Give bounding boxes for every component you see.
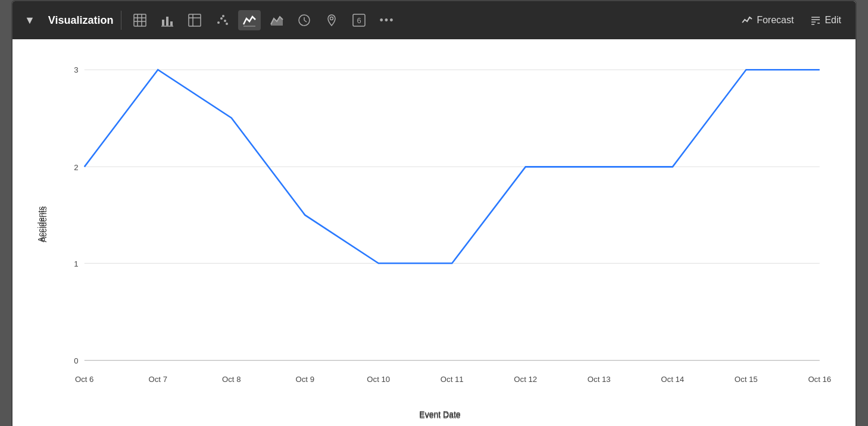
x-label-oct13: Oct 13 <box>588 375 611 384</box>
map-icon-button[interactable] <box>320 10 343 30</box>
table-icon-button[interactable] <box>129 10 151 30</box>
bar-chart-icon <box>161 14 174 27</box>
x-label-oct16: Oct 16 <box>808 375 831 384</box>
edit-button[interactable]: Edit <box>803 11 848 29</box>
x-label-oct7: Oct 7 <box>149 375 167 384</box>
svg-line-21 <box>304 20 307 22</box>
svg-point-12 <box>217 21 220 24</box>
svg-text:6: 6 <box>357 16 361 25</box>
x-label-oct8: Oct 8 <box>222 375 241 384</box>
scatter-icon <box>216 14 229 27</box>
chart-area: Accidents Event Date 0 1 2 3 <box>13 39 855 426</box>
svg-point-14 <box>224 20 226 22</box>
table-icon <box>133 14 146 27</box>
collapse-button[interactable]: ▼ <box>20 11 40 30</box>
toolbar-right: Forecast Edit <box>734 11 848 30</box>
line-chart-icon <box>243 14 256 27</box>
visualization-panel: ▼ Visualization <box>11 0 857 426</box>
pivot-icon <box>188 14 201 27</box>
chart-container: Accidents Event Date 0 1 2 3 <box>48 51 832 397</box>
x-label-oct11: Oct 11 <box>441 375 464 384</box>
svg-point-15 <box>222 15 224 17</box>
panel-title: Visualization <box>48 14 114 27</box>
edit-label: Edit <box>825 15 841 26</box>
x-label-oct6: Oct 6 <box>75 375 93 384</box>
pin-icon <box>325 14 338 27</box>
svg-rect-6 <box>166 17 168 26</box>
x-label-oct14: Oct 14 <box>661 375 684 384</box>
y-axis-label-display: Accidents <box>39 206 48 243</box>
bar-chart-icon-button[interactable] <box>156 10 179 30</box>
area-chart-icon <box>270 14 283 27</box>
number-icon: 6 <box>352 14 366 27</box>
x-label-oct15: Oct 15 <box>735 375 758 384</box>
more-icon: ••• <box>380 14 395 27</box>
svg-point-22 <box>330 17 333 20</box>
edit-icon <box>810 15 821 26</box>
x-label-oct9: Oct 9 <box>296 375 314 384</box>
svg-rect-9 <box>189 14 201 26</box>
svg-rect-5 <box>162 20 164 26</box>
chart-svg: 0 1 2 3 Oct 6 Oct 7 Oct 8 Oct 9 Oct 10 O… <box>48 51 832 397</box>
number-icon-button[interactable]: 6 <box>348 10 370 30</box>
svg-rect-7 <box>170 21 173 26</box>
y-tick-2: 2 <box>74 162 78 171</box>
clock-icon <box>298 14 311 27</box>
toolbar-left: ▼ Visualization <box>20 10 732 30</box>
svg-point-16 <box>226 23 228 25</box>
forecast-button[interactable]: Forecast <box>734 11 801 30</box>
scatter-icon-button[interactable] <box>211 10 233 30</box>
collapse-icon: ▼ <box>24 14 35 27</box>
x-label-oct12: Oct 12 <box>514 375 537 384</box>
time-icon-button[interactable] <box>293 10 316 30</box>
y-tick-1: 1 <box>74 259 78 268</box>
x-label-oct10: Oct 10 <box>367 375 390 384</box>
y-tick-0: 0 <box>74 356 78 365</box>
x-axis-label-display: Event Date <box>419 409 460 419</box>
forecast-label: Forecast <box>757 15 794 26</box>
area-chart-icon-button[interactable] <box>266 10 288 30</box>
pivot-icon-button[interactable] <box>183 10 206 30</box>
svg-point-13 <box>220 17 223 20</box>
y-tick-3: 3 <box>74 65 78 74</box>
toolbar: ▼ Visualization <box>13 1 855 39</box>
toolbar-separator-1 <box>121 11 121 30</box>
svg-rect-0 <box>134 14 146 26</box>
forecast-icon <box>741 14 753 26</box>
more-button[interactable]: ••• <box>375 11 399 30</box>
line-chart-icon-button[interactable] <box>238 10 261 30</box>
